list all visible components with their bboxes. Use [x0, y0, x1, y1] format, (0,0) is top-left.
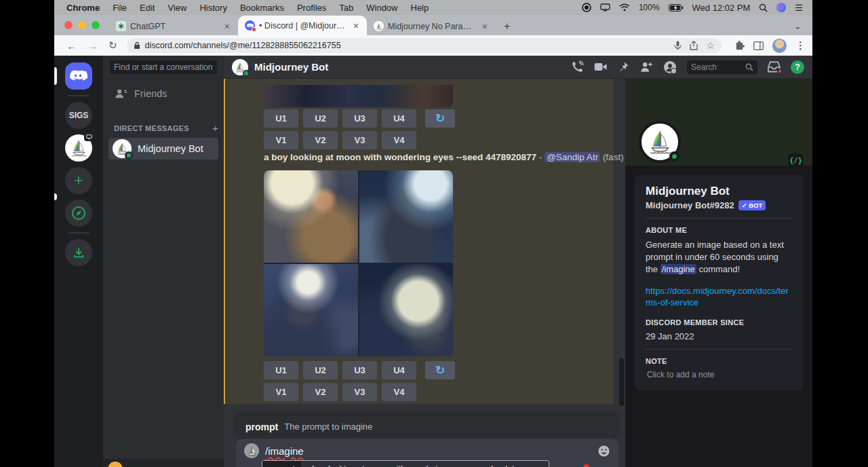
- variation-button[interactable]: V4: [382, 131, 416, 149]
- close-window-button[interactable]: [64, 21, 73, 29]
- voice-search-icon[interactable]: [674, 41, 682, 50]
- emoji-picker-icon[interactable]: [597, 445, 610, 457]
- prompt-option-field[interactable]: prompt a boy looking at moon with wonder…: [262, 460, 549, 467]
- screen-record-icon[interactable]: [582, 3, 591, 12]
- inbox-icon[interactable]: [768, 61, 781, 73]
- tab-midjourney-docs[interactable]: Midjourney No Parameter ×: [367, 17, 496, 35]
- dm-item-midjourney-bot[interactable]: Midjourney Bot: [108, 138, 218, 160]
- search-icon: [745, 63, 753, 71]
- user-mention[interactable]: @Sandip Atr: [545, 152, 600, 162]
- pin-icon[interactable]: [618, 61, 629, 73]
- forward-button[interactable]: →: [82, 40, 103, 52]
- chat-scrollbar-thumb[interactable]: [619, 358, 624, 406]
- note-placeholder[interactable]: Click to add a note: [646, 370, 792, 379]
- menubar-menu[interactable]: File: [113, 3, 127, 13]
- image-variant-1[interactable]: [264, 170, 358, 263]
- rerun-button[interactable]: ↻: [425, 109, 455, 128]
- wifi-icon[interactable]: [619, 3, 630, 12]
- divider: [646, 218, 792, 219]
- menubar-menu[interactable]: Bookmarks: [240, 3, 284, 13]
- chrome-profile-avatar[interactable]: [772, 39, 787, 53]
- slash-commands-badge[interactable]: {/}: [788, 153, 804, 168]
- user-avatar[interactable]: [108, 462, 123, 467]
- sidebar-item-friends[interactable]: Friends: [108, 84, 218, 103]
- url-text[interactable]: discord.com/channels/@me/112828885506221…: [145, 41, 667, 50]
- new-tab-button[interactable]: +: [496, 17, 518, 35]
- explore-servers-button[interactable]: [65, 200, 92, 227]
- add-friend-to-dm-icon[interactable]: [639, 61, 653, 73]
- variation-button[interactable]: V4: [382, 383, 416, 401]
- user-profile-icon[interactable]: [663, 60, 677, 74]
- upscale-button[interactable]: U1: [264, 109, 298, 128]
- create-dm-icon[interactable]: +: [212, 122, 218, 134]
- option-value[interactable]: a boy looking at moon with wondering eye…: [301, 464, 549, 467]
- tab-chatgpt[interactable]: ChatGPT ×: [109, 17, 238, 35]
- tab-discord-active[interactable]: • Discord | @Midjourney Bot ×: [238, 16, 367, 35]
- menubar-menu[interactable]: Window: [366, 3, 397, 13]
- back-button[interactable]: ←: [61, 40, 82, 52]
- add-server-button[interactable]: +: [65, 167, 92, 194]
- control-center-icon[interactable]: ☰: [795, 3, 803, 13]
- side-panel-icon[interactable]: [753, 41, 764, 50]
- menubar-menu[interactable]: Chrome: [66, 3, 100, 13]
- display-icon[interactable]: [600, 3, 610, 12]
- window-controls[interactable]: [54, 15, 109, 35]
- dm-section-header[interactable]: DIRECT MESSAGES +: [103, 122, 224, 134]
- conversation-search-button[interactable]: Find or start a conversation: [110, 60, 217, 74]
- chat-search-input[interactable]: Search: [687, 60, 757, 74]
- dm-header-label: DIRECT MESSAGES: [114, 124, 189, 132]
- menubar-menu[interactable]: History: [199, 3, 226, 13]
- tab-close-icon[interactable]: ×: [352, 20, 360, 31]
- discord-home-button[interactable]: [65, 62, 92, 90]
- menubar-menu[interactable]: Tab: [339, 3, 353, 13]
- omnibox[interactable]: discord.com/channels/@me/112828885506221…: [127, 38, 722, 53]
- variation-button[interactable]: V3: [342, 131, 377, 149]
- menubar-menu[interactable]: Help: [411, 3, 429, 13]
- upscale-button[interactable]: U2: [303, 109, 338, 128]
- menubar-menu[interactable]: Edit: [140, 3, 155, 13]
- midjourney-dm-rail-button[interactable]: [65, 134, 92, 162]
- tab-close-icon[interactable]: ×: [223, 21, 231, 32]
- menubar-menu[interactable]: View: [167, 3, 186, 13]
- help-icon[interactable]: ?: [791, 60, 804, 74]
- extensions-puzzle-icon[interactable]: [734, 41, 745, 51]
- variation-button[interactable]: V1: [264, 383, 298, 401]
- share-icon[interactable]: [690, 41, 698, 50]
- variation-button[interactable]: V2: [303, 383, 338, 401]
- variation-button[interactable]: V2: [303, 131, 338, 149]
- upscale-button[interactable]: U3: [342, 361, 377, 379]
- upscale-button[interactable]: U4: [382, 361, 416, 379]
- server-sigs-button[interactable]: SIGS: [65, 102, 92, 129]
- upscale-button[interactable]: U1: [264, 361, 298, 379]
- image-variant-4[interactable]: [359, 264, 454, 356]
- upscale-button[interactable]: U3: [342, 109, 377, 128]
- tab-close-icon[interactable]: ×: [481, 21, 489, 32]
- chrome-menu-dots-icon[interactable]: ⋮: [795, 39, 806, 52]
- reload-button[interactable]: ↻: [103, 39, 123, 52]
- zoom-window-button[interactable]: [92, 21, 100, 29]
- previous-image-grid-bottom[interactable]: [264, 85, 453, 107]
- terms-of-service-link[interactable]: https://docs.midjourney.com/docs/terms-o…: [646, 285, 792, 309]
- voice-call-icon[interactable]: [571, 60, 584, 73]
- rerun-button[interactable]: ↻: [425, 361, 455, 379]
- slash-command-autocomplete[interactable]: prompt The prompt to imagine: [236, 415, 618, 438]
- note-header: NOTE: [646, 357, 792, 365]
- image-variant-3[interactable]: [264, 264, 358, 356]
- tab-overflow-chevron-icon[interactable]: ⌄: [783, 17, 812, 35]
- menubar-menu[interactable]: Profiles: [297, 3, 326, 13]
- upscale-button[interactable]: U2: [303, 361, 338, 379]
- bookmark-star-icon[interactable]: ☆: [706, 40, 715, 51]
- variation-button[interactable]: V1: [264, 131, 298, 149]
- image-variant-2[interactable]: [359, 170, 454, 263]
- profile-avatar[interactable]: [639, 121, 681, 163]
- siri-icon[interactable]: [776, 3, 786, 12]
- download-apps-button[interactable]: [65, 239, 92, 266]
- video-call-icon[interactable]: [594, 62, 608, 72]
- variation-button[interactable]: V3: [342, 383, 377, 401]
- spotlight-icon[interactable]: [759, 3, 768, 12]
- discord-app: SIGS + Find or start a conversation Frie…: [54, 56, 812, 467]
- upscale-button[interactable]: U4: [382, 109, 416, 128]
- minimize-window-button[interactable]: [78, 21, 86, 29]
- generated-image-grid[interactable]: [264, 170, 453, 356]
- message-input[interactable]: /imagine prompt a boy looking at moon wi…: [236, 439, 618, 467]
